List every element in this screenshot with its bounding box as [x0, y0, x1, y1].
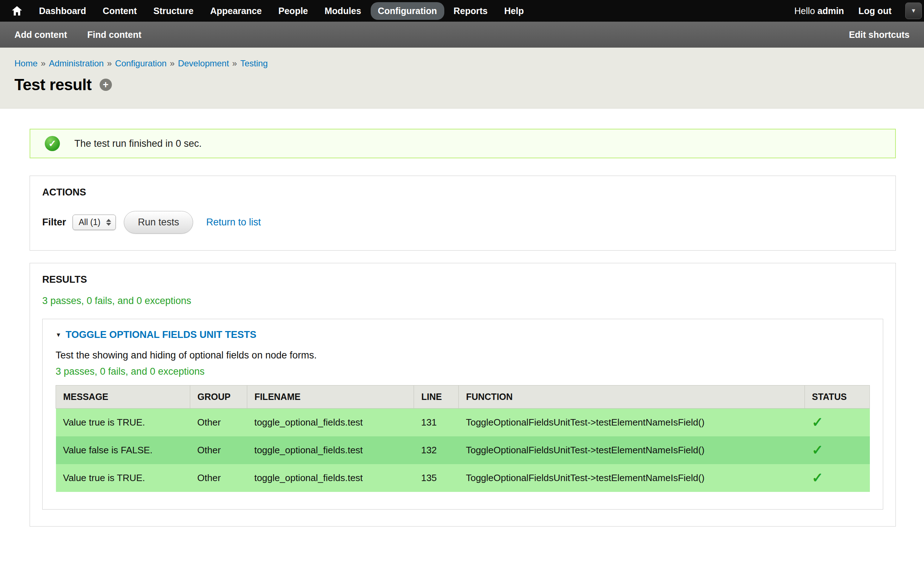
shortcut-items: Add content Find content — [15, 29, 142, 40]
breadcrumb-home[interactable]: Home — [15, 58, 37, 68]
test-group-panel: ▼ TOGGLE OPTIONAL FIELDS UNIT TESTS Test… — [42, 319, 883, 509]
cell-status: ✓ — [804, 464, 869, 492]
breadcrumb-separator: » — [170, 58, 175, 68]
page-header: Home»Administration»Configuration»Develo… — [0, 48, 924, 108]
cell-message: Value false is FALSE. — [56, 436, 190, 464]
shortcut-find-content[interactable]: Find content — [87, 29, 142, 40]
actions-row: Filter All (1) Run tests Return to list — [42, 211, 883, 234]
cell-message: Value true is TRUE. — [56, 409, 190, 437]
page-title: Test result — [15, 76, 92, 94]
main-content: ✓ The test run finished in 0 sec. ACTION… — [0, 108, 924, 527]
cell-status: ✓ — [804, 409, 869, 437]
shortcut-add-content[interactable]: Add content — [15, 29, 67, 40]
breadcrumb-configuration[interactable]: Configuration — [115, 58, 167, 68]
cell-filename: toggle_optional_fields.test — [247, 409, 414, 437]
shortcut-bar: Add content Find content Edit shortcuts — [0, 22, 924, 48]
test-group-description: Test the showing and hiding of optional … — [56, 350, 870, 361]
col-header-status: STATUS — [804, 385, 869, 409]
home-icon[interactable] — [9, 3, 25, 19]
menu-item-reports[interactable]: Reports — [446, 2, 495, 20]
menu-item-content[interactable]: Content — [96, 2, 144, 20]
col-header-function: FUNCTION — [459, 385, 804, 409]
breadcrumb-administration[interactable]: Administration — [49, 58, 103, 68]
pass-check-icon: ✓ — [812, 443, 823, 458]
admin-toolbar: Dashboard Content Structure Appearance P… — [0, 0, 924, 22]
filter-select[interactable]: All (1) — [73, 214, 116, 230]
table-row: Value false is FALSE. Other toggle_optio… — [56, 436, 870, 464]
toolbar-user-area: Hello admin Log out — [795, 6, 892, 16]
run-tests-button[interactable]: Run tests — [124, 211, 193, 234]
cell-function: ToggleOptionalFieldsUnitTest->testElemen… — [459, 436, 804, 464]
results-summary: 3 passes, 0 fails, and 0 exceptions — [42, 295, 883, 306]
cell-status: ✓ — [804, 436, 869, 464]
logout-link[interactable]: Log out — [858, 6, 892, 16]
pass-check-icon: ✓ — [812, 470, 823, 485]
breadcrumb-development[interactable]: Development — [178, 58, 229, 68]
breadcrumb: Home»Administration»Configuration»Develo… — [15, 58, 909, 69]
menu-item-dashboard[interactable]: Dashboard — [32, 2, 94, 20]
greeting-prefix: Hello — [795, 6, 817, 16]
results-table: MESSAGE GROUP FILENAME LINE FUNCTION STA… — [56, 385, 870, 492]
cell-group: Other — [190, 409, 247, 437]
actions-legend: ACTIONS — [42, 187, 883, 198]
table-row: Value true is TRUE. Other toggle_optiona… — [56, 464, 870, 492]
menu-item-configuration[interactable]: Configuration — [371, 2, 444, 20]
menu-item-structure[interactable]: Structure — [146, 2, 201, 20]
home-icon-glyph — [11, 6, 23, 16]
chevron-down-icon: ▼ — [911, 8, 916, 14]
test-group-title: TOGGLE OPTIONAL FIELDS UNIT TESTS — [66, 329, 257, 340]
menu-item-appearance[interactable]: Appearance — [203, 2, 269, 20]
table-header-row: MESSAGE GROUP FILENAME LINE FUNCTION STA… — [56, 385, 870, 409]
breadcrumb-separator: » — [41, 58, 45, 68]
breadcrumb-separator: » — [107, 58, 111, 68]
cell-function: ToggleOptionalFieldsUnitTest->testElemen… — [459, 464, 804, 492]
cell-function: ToggleOptionalFieldsUnitTest->testElemen… — [459, 409, 804, 437]
col-header-line: LINE — [414, 385, 459, 409]
success-check-icon: ✓ — [45, 136, 60, 151]
results-panel: RESULTS 3 passes, 0 fails, and 0 excepti… — [30, 263, 896, 527]
table-row: Value true is TRUE. Other toggle_optiona… — [56, 409, 870, 437]
actions-panel: ACTIONS Filter All (1) Run tests Return … — [30, 176, 896, 251]
menu-item-people[interactable]: People — [271, 2, 315, 20]
status-message-text: The test run finished in 0 sec. — [74, 138, 202, 149]
username: admin — [817, 6, 844, 16]
pass-check-icon: ✓ — [812, 415, 823, 430]
cell-message: Value true is TRUE. — [56, 464, 190, 492]
cell-group: Other — [190, 464, 247, 492]
breadcrumb-separator: » — [232, 58, 237, 68]
col-header-group: GROUP — [190, 385, 247, 409]
test-group-summary: 3 passes, 0 fails, and 0 exceptions — [56, 366, 870, 377]
col-header-filename: FILENAME — [247, 385, 414, 409]
col-header-message: MESSAGE — [56, 385, 190, 409]
menu-item-help[interactable]: Help — [497, 2, 531, 20]
cell-group: Other — [190, 436, 247, 464]
status-message: ✓ The test run finished in 0 sec. — [30, 129, 896, 158]
cell-line: 131 — [414, 409, 459, 437]
test-group-toggle[interactable]: ▼ TOGGLE OPTIONAL FIELDS UNIT TESTS — [56, 329, 870, 340]
add-shortcut-icon[interactable]: + — [100, 79, 112, 91]
cell-line: 132 — [414, 436, 459, 464]
select-arrows-icon — [106, 219, 111, 226]
collapse-triangle-icon: ▼ — [56, 332, 61, 338]
cell-filename: toggle_optional_fields.test — [247, 436, 414, 464]
results-legend: RESULTS — [42, 274, 883, 285]
admin-menu: Dashboard Content Structure Appearance P… — [32, 2, 531, 20]
user-greeting: Hello admin — [795, 6, 844, 16]
return-to-list-link[interactable]: Return to list — [206, 217, 261, 228]
cell-line: 135 — [414, 464, 459, 492]
filter-label: Filter — [42, 217, 66, 228]
breadcrumb-testing[interactable]: Testing — [241, 58, 268, 68]
page-title-row: Test result + — [15, 76, 909, 94]
toolbar-toggle-button[interactable]: ▼ — [905, 3, 922, 19]
filter-select-value: All (1) — [79, 218, 100, 227]
cell-filename: toggle_optional_fields.test — [247, 464, 414, 492]
menu-item-modules[interactable]: Modules — [317, 2, 368, 20]
edit-shortcuts-link[interactable]: Edit shortcuts — [849, 29, 909, 40]
